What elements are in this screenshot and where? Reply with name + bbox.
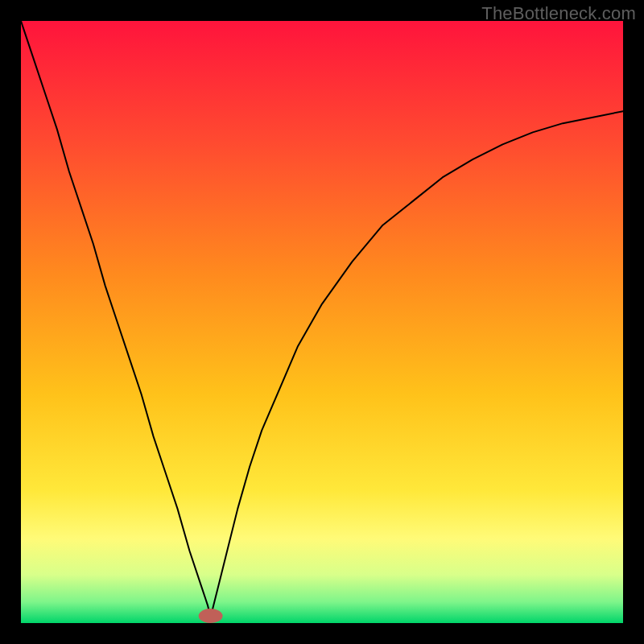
optimum-marker	[199, 609, 223, 623]
plot-area	[21, 21, 623, 623]
watermark-text: TheBottleneck.com	[481, 3, 636, 24]
chart-frame: TheBottleneck.com	[0, 0, 644, 644]
bottleneck-chart	[21, 21, 623, 623]
gradient-background	[21, 21, 623, 623]
